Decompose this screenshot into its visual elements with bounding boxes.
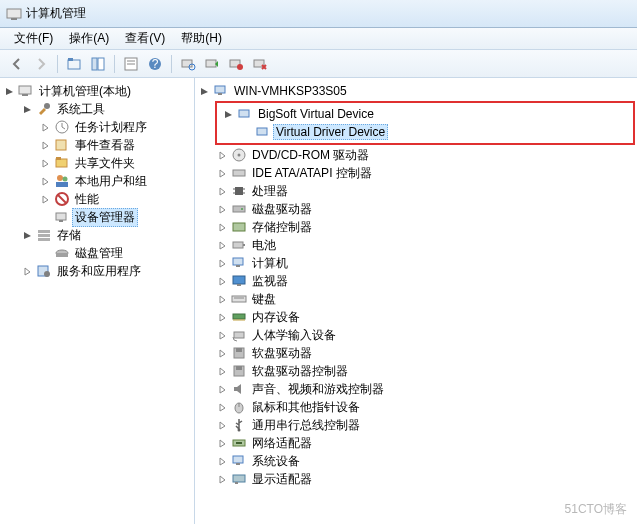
device-hid[interactable]: 人体学输入设备 — [215, 326, 635, 344]
node-label: 事件查看器 — [72, 136, 138, 155]
memory-icon — [231, 309, 247, 325]
forward-button[interactable] — [30, 53, 52, 75]
expand-icon[interactable] — [215, 184, 229, 198]
expand-icon[interactable] — [215, 166, 229, 180]
properties-button[interactable] — [120, 53, 142, 75]
node-label: 显示适配器 — [249, 470, 315, 489]
device-cpu[interactable]: 处理器 — [215, 182, 635, 200]
expand-icon[interactable] — [215, 328, 229, 342]
expand-icon[interactable] — [215, 472, 229, 486]
device-ide[interactable]: IDE ATA/ATAPI 控制器 — [215, 164, 635, 182]
node-label: 系统工具 — [54, 100, 108, 119]
collapse-icon[interactable] — [20, 228, 34, 242]
expand-icon[interactable] — [20, 264, 34, 278]
device-host[interactable]: WIN-VMHKSP33S05 — [197, 82, 635, 100]
device-virtual-driver[interactable]: Virtual Driver Device — [239, 123, 629, 141]
expand-icon[interactable] — [215, 436, 229, 450]
expand-icon[interactable] — [38, 138, 52, 152]
svg-point-25 — [63, 177, 68, 182]
svg-point-37 — [44, 271, 50, 277]
disable-button[interactable] — [225, 53, 247, 75]
device-category-bigsoft[interactable]: BigSoft Virtual Device — [221, 105, 629, 123]
device-floppy-controller[interactable]: 软盘驱动器控制器 — [215, 362, 635, 380]
expand-icon[interactable] — [215, 220, 229, 234]
device-keyboard[interactable]: 键盘 — [215, 290, 635, 308]
device-display[interactable]: 显示适配器 — [215, 470, 635, 488]
device-manager-icon — [54, 209, 70, 225]
menu-view[interactable]: 查看(V) — [117, 28, 173, 49]
show-hide-tree-button[interactable] — [87, 53, 109, 75]
svg-rect-26 — [56, 182, 68, 187]
svg-rect-59 — [232, 296, 246, 302]
tree-shared-folders[interactable]: 共享文件夹 — [38, 154, 192, 172]
tree-task-scheduler[interactable]: 任务计划程序 — [38, 118, 192, 136]
expand-icon[interactable] — [215, 382, 229, 396]
tree-device-manager[interactable]: 设备管理器 — [38, 208, 192, 226]
menu-action[interactable]: 操作(A) — [61, 28, 117, 49]
collapse-icon[interactable] — [221, 107, 235, 121]
expand-icon[interactable] — [215, 256, 229, 270]
scan-button[interactable] — [177, 53, 199, 75]
expand-icon[interactable] — [215, 400, 229, 414]
svg-point-24 — [57, 175, 63, 181]
tree-disk-management[interactable]: 磁盘管理 — [38, 244, 192, 262]
collapse-icon[interactable] — [197, 84, 211, 98]
expand-icon[interactable] — [215, 364, 229, 378]
svg-rect-35 — [56, 253, 68, 257]
device-storage-controller[interactable]: 存储控制器 — [215, 218, 635, 236]
node-label: 网络适配器 — [249, 434, 315, 453]
expand-icon[interactable] — [215, 274, 229, 288]
device-computer[interactable]: 计算机 — [215, 254, 635, 272]
expand-icon[interactable] — [215, 292, 229, 306]
expand-icon[interactable] — [215, 148, 229, 162]
svg-point-43 — [238, 154, 241, 157]
tree-performance[interactable]: 性能 — [38, 190, 192, 208]
uninstall-button[interactable] — [249, 53, 271, 75]
expand-icon[interactable] — [38, 156, 52, 170]
device-sound[interactable]: 声音、视频和游戏控制器 — [215, 380, 635, 398]
tree-root-computer-management[interactable]: 计算机管理(本地) — [2, 82, 192, 100]
right-pane: WIN-VMHKSP33S05 BigSoft Virtual Device V… — [195, 78, 637, 524]
collapse-icon[interactable] — [20, 102, 34, 116]
menu-help[interactable]: 帮助(H) — [173, 28, 230, 49]
tree-local-users[interactable]: 本地用户和组 — [38, 172, 192, 190]
tree-system-tools[interactable]: 系统工具 — [20, 100, 192, 118]
expand-icon[interactable] — [215, 418, 229, 432]
collapse-icon[interactable] — [2, 84, 16, 98]
device-floppy[interactable]: 软盘驱动器 — [215, 344, 635, 362]
device-mouse[interactable]: 鼠标和其他指针设备 — [215, 398, 635, 416]
expand-icon[interactable] — [215, 454, 229, 468]
expand-icon[interactable] — [38, 174, 52, 188]
device-memory[interactable]: 内存设备 — [215, 308, 635, 326]
expand-icon[interactable] — [38, 192, 52, 206]
device-disk[interactable]: 磁盘驱动器 — [215, 200, 635, 218]
help-button[interactable]: ? — [144, 53, 166, 75]
expand-icon[interactable] — [215, 202, 229, 216]
tree-storage[interactable]: 存储 — [20, 226, 192, 244]
svg-line-28 — [58, 195, 66, 203]
device-system[interactable]: 系统设备 — [215, 452, 635, 470]
device-usb[interactable]: 通用串行总线控制器 — [215, 416, 635, 434]
left-pane: 计算机管理(本地) 系统工具 任务计划程序 事件查看器 共享文件夹 — [0, 78, 195, 524]
back-button[interactable] — [6, 53, 28, 75]
menu-file[interactable]: 文件(F) — [6, 28, 61, 49]
tree-services-apps[interactable]: 服务和应用程序 — [20, 262, 192, 280]
device-battery[interactable]: 电池 — [215, 236, 635, 254]
expand-icon[interactable] — [215, 310, 229, 324]
expand-icon[interactable] — [215, 238, 229, 252]
expand-icon[interactable] — [215, 346, 229, 360]
device-dvd[interactable]: DVD/CD-ROM 驱动器 — [215, 146, 635, 164]
svg-rect-21 — [56, 140, 66, 150]
up-button[interactable] — [63, 53, 85, 75]
node-label: 人体学输入设备 — [249, 326, 339, 345]
tree-event-viewer[interactable]: 事件查看器 — [38, 136, 192, 154]
controller-icon — [231, 165, 247, 181]
device-network[interactable]: 网络适配器 — [215, 434, 635, 452]
expand-icon[interactable] — [38, 120, 52, 134]
disk-icon — [54, 245, 70, 261]
hid-icon — [231, 327, 247, 343]
update-driver-button[interactable] — [201, 53, 223, 75]
device-monitor[interactable]: 监视器 — [215, 272, 635, 290]
keyboard-icon — [231, 291, 247, 307]
svg-rect-38 — [215, 86, 225, 93]
